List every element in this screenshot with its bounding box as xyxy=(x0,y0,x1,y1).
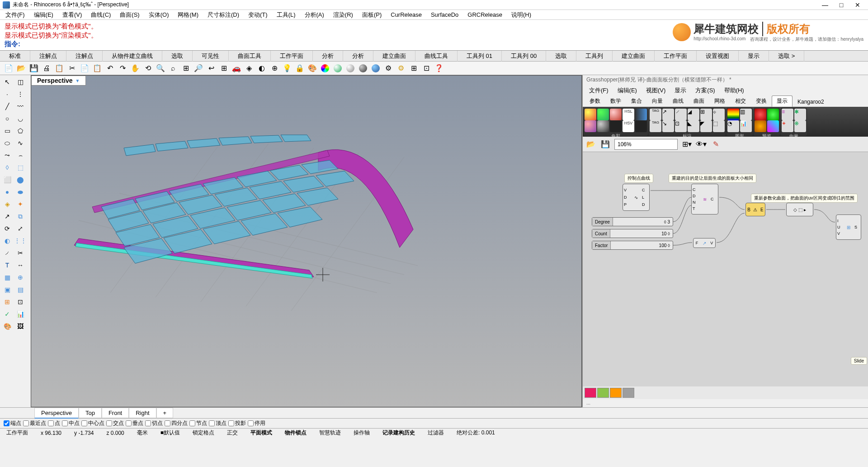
view-tab-add[interactable]: + xyxy=(156,408,174,418)
menu-render[interactable]: 渲染(R) xyxy=(330,10,356,20)
sb-layer[interactable]: ■默认值 xyxy=(158,429,183,437)
zoom-dynamic-icon[interactable]: 🔍 xyxy=(155,62,166,74)
sphere4-icon[interactable] xyxy=(357,62,369,74)
sel-icon[interactable]: ⊡ xyxy=(14,296,27,308)
gh-comp-pie-icon[interactable]: ◔ xyxy=(727,120,739,132)
tab-set-view[interactable]: 设置视图 xyxy=(697,51,739,62)
doc-prop-icon[interactable]: 📋 xyxy=(53,62,65,74)
points-icon[interactable]: ⋮ xyxy=(14,88,27,100)
gh-tab-sets[interactable]: 集合 xyxy=(626,95,647,107)
gh-comp-ann5-icon[interactable]: ⬚ xyxy=(713,120,725,132)
gh-open-icon[interactable]: 📂 xyxy=(585,139,596,150)
gh-comp-vec1-icon[interactable]: ≡ xyxy=(782,109,793,120)
render-icon[interactable]: 🎨 xyxy=(307,62,318,74)
tab-select3[interactable]: 选取 > xyxy=(769,51,804,62)
gh-slider-factor[interactable]: Factor 100 ◊ xyxy=(592,241,673,250)
gh-zoom-input[interactable] xyxy=(614,139,678,150)
gh-comp-colour-rgb-icon[interactable] xyxy=(585,109,596,120)
viewport-title[interactable]: Perspective ▼ xyxy=(31,76,86,86)
gh-doc-tab-2[interactable] xyxy=(597,388,609,398)
osnap-int[interactable]: 交点 xyxy=(106,419,124,427)
viewport-perspective[interactable]: Perspective ▼ xyxy=(31,75,582,407)
tab-analyze1[interactable]: 分析 xyxy=(313,51,343,62)
osnap-quad[interactable]: 四分点 xyxy=(165,419,188,427)
array-icon[interactable]: ⋮⋮ xyxy=(14,235,27,247)
gh-menu-solution[interactable]: 方案(S) xyxy=(692,86,718,95)
gh-comp-dim2-icon[interactable]: ⟋ xyxy=(675,109,687,120)
grip-icon[interactable]: ⊡ xyxy=(420,62,432,74)
sb-unit[interactable]: 毫米 xyxy=(134,429,151,437)
gh-comp-colour-lch-icon[interactable] xyxy=(585,120,596,132)
gh-comp-blank1-icon[interactable] xyxy=(610,120,622,132)
tab-curve-from-obj[interactable]: 从物件建立曲线 xyxy=(103,51,162,62)
sb-planar[interactable]: 平面模式 xyxy=(248,429,275,437)
sphere2-icon[interactable] xyxy=(332,62,344,74)
tab-create-surface1[interactable]: 建立曲面 xyxy=(373,51,415,62)
menu-currelease[interactable]: CurRelease xyxy=(388,10,425,19)
gh-comp-vec4-icon[interactable]: ❋ xyxy=(794,120,806,132)
view-tab-right[interactable]: Right xyxy=(129,408,156,418)
menu-analyze[interactable]: 分析(A) xyxy=(302,10,327,20)
analysis-icon[interactable]: 📊 xyxy=(14,308,27,320)
close-button[interactable]: ✕ xyxy=(854,1,862,9)
tab-visibility[interactable]: 可见性 xyxy=(193,51,229,62)
gh-tab-mesh[interactable]: 网格 xyxy=(709,95,730,107)
gh-menu-view[interactable]: 视图(V) xyxy=(642,86,669,95)
redo-icon[interactable]: ↷ xyxy=(117,62,128,74)
sb-history[interactable]: 记录建构历史 xyxy=(380,429,418,437)
zoom-window-icon[interactable]: ⌕ xyxy=(167,62,179,74)
open-icon[interactable]: 📂 xyxy=(15,62,27,74)
render-tool-icon[interactable]: 🎨 xyxy=(1,320,14,332)
tab-select1[interactable]: 选取 xyxy=(162,51,193,62)
gh-canvas[interactable]: 控制点曲线 重建的目的是让后面生成的面板大小相同 重新参数化曲面，把曲面的uv区… xyxy=(583,152,868,386)
sb-cplane[interactable]: 工作平面 xyxy=(4,429,31,437)
extend-icon[interactable]: ⤳ xyxy=(1,149,14,161)
gh-comp-gradient-icon[interactable] xyxy=(635,109,647,120)
hatch-icon[interactable]: ▦ xyxy=(1,272,14,283)
menu-dimension[interactable]: 尺寸标注(D) xyxy=(205,10,242,20)
gh-comp-prev2-icon[interactable] xyxy=(767,109,779,120)
boolean-icon[interactable]: ⊕ xyxy=(14,272,27,283)
paste-icon[interactable]: 📋 xyxy=(91,62,103,74)
scale-icon[interactable]: ⤢ xyxy=(14,223,27,234)
gh-tab-vector[interactable]: 向量 xyxy=(647,95,668,107)
sb-gridsnap[interactable]: 锁定格点 xyxy=(190,429,217,437)
sphere-tool-icon[interactable]: ● xyxy=(1,186,14,198)
gh-menu-edit[interactable]: 编辑(E) xyxy=(614,86,641,95)
gh-tab-maths[interactable]: 数学 xyxy=(605,95,626,107)
menu-solid[interactable]: 实体(O) xyxy=(146,10,172,20)
loft-icon[interactable]: ⬚ xyxy=(14,162,27,173)
curve-icon[interactable]: ∿ xyxy=(14,137,27,149)
tab-curve-tools[interactable]: 曲线工具 xyxy=(415,51,458,62)
print-icon[interactable]: 🖨 xyxy=(41,62,52,74)
gh-comp-chart-icon[interactable]: 📊 xyxy=(740,120,752,132)
gh-zoom-fit-icon[interactable]: ⊞▾ xyxy=(681,139,692,150)
osnap-end[interactable]: 端点 xyxy=(4,419,21,427)
polygon-icon[interactable]: ⬠ xyxy=(14,125,27,137)
gh-doc-tab-4[interactable] xyxy=(623,388,634,398)
cplane-icon[interactable]: ◐ xyxy=(256,62,268,74)
gh-component-divide-uv[interactable]: IUV ⊞ S xyxy=(836,214,861,240)
tab-select2[interactable]: 选取 xyxy=(546,51,576,62)
group2-icon[interactable]: ▤ xyxy=(14,284,27,295)
gh-comp-tag-icon[interactable]: TAG xyxy=(650,109,661,120)
mirror-icon[interactable]: ◐ xyxy=(1,235,14,247)
sb-osnap[interactable]: 物件锁点 xyxy=(282,429,309,437)
gh-comp-colour-hsv2-icon[interactable] xyxy=(597,120,609,132)
gh-tab-display[interactable]: 显示 xyxy=(772,95,793,107)
gh-menu-file[interactable]: 文件(F) xyxy=(585,86,612,95)
menu-surfacedo[interactable]: SurfaceDo xyxy=(428,10,461,19)
gh-menu-display[interactable]: 显示 xyxy=(671,86,690,95)
osnap-mid[interactable]: 中点 xyxy=(62,419,80,427)
tab-create-surface2[interactable]: 建立曲面 xyxy=(613,51,655,62)
cylinder-icon[interactable]: ⬤ xyxy=(14,174,27,186)
point-icon[interactable]: · xyxy=(1,88,14,100)
gh-preview-icon[interactable]: 👁▾ xyxy=(696,139,707,150)
gh-menu-help[interactable]: 帮助(H) xyxy=(721,86,748,95)
sphere3-icon[interactable] xyxy=(344,62,356,74)
menu-view[interactable]: 查看(V) xyxy=(60,10,85,20)
menu-surface[interactable]: 曲面(S) xyxy=(117,10,142,20)
gh-component-vector[interactable]: F↗V xyxy=(693,238,716,248)
gh-comp-blank2-icon[interactable] xyxy=(635,120,647,132)
ellipse-icon[interactable]: ⬭ xyxy=(1,137,14,149)
